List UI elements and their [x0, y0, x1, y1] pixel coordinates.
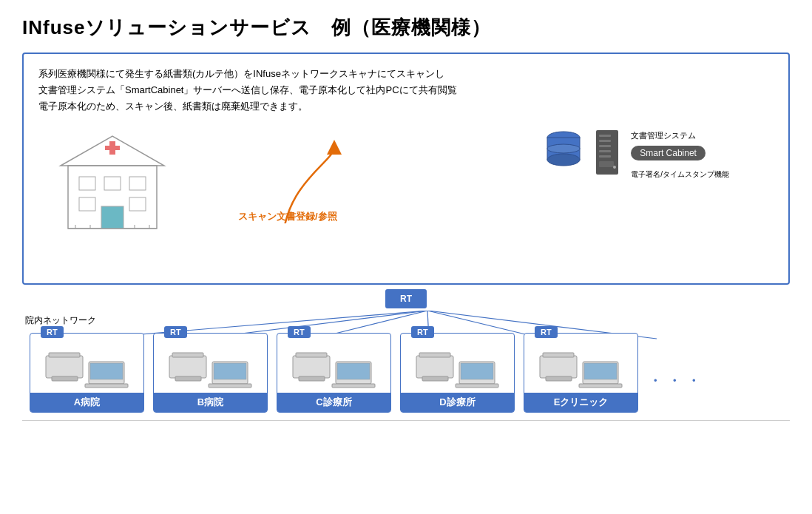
svg-rect-23 — [599, 150, 611, 152]
svg-rect-24 — [599, 155, 611, 158]
server-region: 文書管理システム Smart Cabinet 電子署名/タイムスタンプ機能 スキ… — [194, 125, 774, 223]
scanner-pc-svg-e — [538, 341, 623, 389]
database-svg — [544, 129, 584, 180]
svg-rect-5 — [104, 177, 121, 190]
svg-rect-8 — [129, 197, 146, 211]
node-e-rt-box: RT — [535, 326, 558, 338]
description-line2: 文書管理システム「SmartCabinet」サーバーへ送信し保存、電子原本化して… — [38, 84, 457, 95]
dots-text: ・・・ — [647, 370, 705, 392]
server-labels: 文書管理システム Smart Cabinet 電子署名/タイムスタンプ機能 — [631, 130, 729, 180]
svg-rect-44 — [209, 384, 251, 388]
svg-rect-47 — [299, 376, 325, 381]
node-d: RT D診療所 — [400, 333, 515, 413]
description-line1: 系列医療機関様にて発生する紙書類(カルテ他）をINfuseネットワークスキャナに… — [38, 68, 444, 79]
svg-rect-51 — [416, 356, 453, 378]
node-e-image — [524, 334, 637, 393]
outer-box: 系列医療機関様にて発生する紙書類(カルテ他）をINfuseネットワークスキャナに… — [22, 53, 790, 285]
network-label: 院内ネットワーク — [25, 314, 790, 327]
svg-rect-50 — [332, 384, 375, 388]
hospital-icon — [53, 132, 172, 236]
scanner-pc-svg-b — [168, 341, 253, 389]
svg-rect-20 — [599, 135, 611, 137]
server-tower-svg — [590, 129, 623, 188]
svg-point-18 — [547, 144, 580, 153]
node-a: RT A病院 — [30, 333, 144, 413]
diagram-area: 文書管理システム Smart Cabinet 電子署名/タイムスタンプ機能 スキ… — [38, 125, 774, 273]
svg-rect-53 — [422, 376, 448, 381]
central-rt-container: RT — [22, 289, 790, 308]
svg-rect-52 — [419, 353, 450, 357]
node-b-rt-box: RT — [164, 326, 187, 338]
node-c-image — [277, 334, 390, 393]
scanner-pc-svg-d — [415, 341, 500, 389]
hospital-building — [38, 132, 186, 236]
server-icons-row: 文書管理システム Smart Cabinet 電子署名/タイムスタンプ機能 — [194, 129, 729, 188]
svg-rect-38 — [85, 384, 128, 388]
node-b-label: B病院 — [154, 393, 267, 412]
description-text: 系列医療機関様にて発生する紙書類(カルテ他）をINfuseネットワークスキャナに… — [38, 66, 774, 115]
svg-rect-56 — [456, 384, 498, 388]
network-section: 院内ネットワーク RT — [22, 314, 790, 413]
description-line3: 電子原本化のため、スキャン後、紙書類は廃棄処理できます。 — [38, 101, 308, 112]
svg-rect-22 — [599, 145, 611, 147]
smart-cabinet-badge: Smart Cabinet — [631, 146, 706, 160]
svg-rect-7 — [79, 197, 95, 211]
database-icon-group — [544, 129, 584, 180]
svg-rect-43 — [214, 363, 246, 379]
scan-link-label: スキャン文書登録/参照 — [238, 210, 774, 223]
svg-rect-21 — [599, 140, 611, 142]
svg-rect-45 — [293, 356, 330, 378]
svg-rect-40 — [172, 353, 203, 357]
svg-rect-59 — [546, 376, 572, 381]
node-e: RT Eクリニック — [524, 333, 638, 413]
node-d-rt: RT — [411, 325, 434, 338]
timestamp-label: 電子署名/タイムスタンプ機能 — [631, 169, 729, 180]
svg-rect-34 — [49, 353, 80, 357]
svg-rect-35 — [52, 376, 78, 381]
svg-rect-4 — [79, 177, 95, 190]
svg-rect-61 — [584, 363, 617, 379]
page-container: INfuseソリューションサービス 例（医療機関様） 系列医療機関様にて発生する… — [0, 0, 812, 514]
svg-rect-39 — [169, 356, 206, 378]
node-c-rt-box: RT — [288, 326, 311, 338]
node-a-rt: RT — [41, 325, 64, 338]
node-e-label: Eクリニック — [524, 393, 637, 412]
main-title: INfuseソリューションサービス 例（医療機関様） — [22, 15, 790, 41]
svg-rect-3 — [109, 141, 115, 155]
node-b: RT B病院 — [153, 333, 268, 413]
svg-rect-41 — [175, 376, 201, 381]
node-d-label: D診療所 — [401, 393, 514, 412]
document-system-label: 文書管理システム — [631, 130, 696, 141]
network-lines-container: RT A病院 — [22, 333, 790, 413]
svg-rect-46 — [296, 353, 327, 357]
svg-rect-33 — [46, 356, 83, 378]
node-b-image — [154, 334, 267, 393]
more-dots: ・・・ — [647, 333, 705, 392]
nodes-row: RT A病院 — [30, 333, 790, 413]
node-c-label: C診療所 — [277, 393, 390, 412]
bottom-divider — [22, 420, 790, 421]
node-a-image — [30, 334, 143, 393]
server-tower-icon-group — [590, 129, 623, 188]
svg-rect-6 — [129, 177, 146, 190]
svg-point-17 — [547, 154, 580, 166]
svg-point-26 — [613, 166, 616, 169]
node-e-rt: RT — [535, 325, 558, 338]
node-a-label: A病院 — [30, 393, 143, 412]
svg-rect-49 — [337, 363, 370, 379]
svg-rect-57 — [540, 356, 577, 378]
node-b-rt: RT — [164, 325, 187, 338]
node-d-rt-box: RT — [411, 326, 434, 338]
node-c-rt: RT — [288, 325, 311, 338]
svg-rect-37 — [90, 363, 123, 379]
node-c: RT C診療所 — [277, 333, 391, 413]
central-rt-box: RT — [385, 289, 427, 308]
node-a-rt-box: RT — [41, 326, 64, 338]
scanner-pc-svg-c — [291, 341, 376, 389]
svg-rect-25 — [599, 161, 614, 167]
node-d-image — [401, 334, 514, 393]
scanner-pc-svg-a — [44, 341, 129, 389]
svg-rect-58 — [543, 353, 574, 357]
svg-rect-55 — [461, 363, 493, 379]
svg-rect-62 — [579, 384, 622, 388]
